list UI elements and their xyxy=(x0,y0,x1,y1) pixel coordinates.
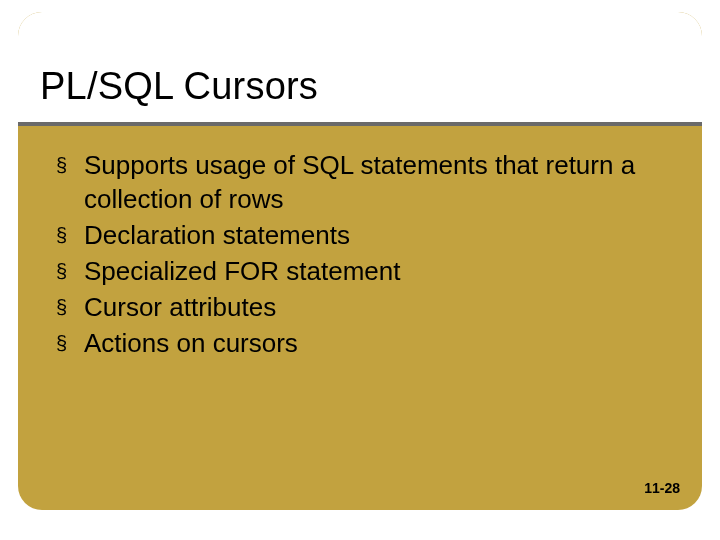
bullet-text: Specialized FOR statement xyxy=(84,254,664,288)
bullet-text: Cursor attributes xyxy=(84,290,664,324)
title-underline xyxy=(18,122,702,126)
list-item: § Declaration statements xyxy=(56,218,664,252)
bullet-text: Actions on cursors xyxy=(84,326,664,360)
bullet-icon: § xyxy=(56,148,84,182)
bullet-icon: § xyxy=(56,218,84,252)
bullet-icon: § xyxy=(56,254,84,288)
slide-title: PL/SQL Cursors xyxy=(40,65,318,108)
bullet-text: Declaration statements xyxy=(84,218,664,252)
bullet-icon: § xyxy=(56,326,84,360)
list-item: § Specialized FOR statement xyxy=(56,254,664,288)
title-area: PL/SQL Cursors xyxy=(18,12,702,122)
bullet-icon: § xyxy=(56,290,84,324)
slide-frame: PL/SQL Cursors § Supports usage of SQL s… xyxy=(18,12,702,510)
list-item: § Cursor attributes xyxy=(56,290,664,324)
list-item: § Supports usage of SQL statements that … xyxy=(56,148,664,216)
list-item: § Actions on cursors xyxy=(56,326,664,360)
bullet-text: Supports usage of SQL statements that re… xyxy=(84,148,664,216)
content-area: § Supports usage of SQL statements that … xyxy=(56,148,664,362)
page-number: 11-28 xyxy=(644,480,680,496)
